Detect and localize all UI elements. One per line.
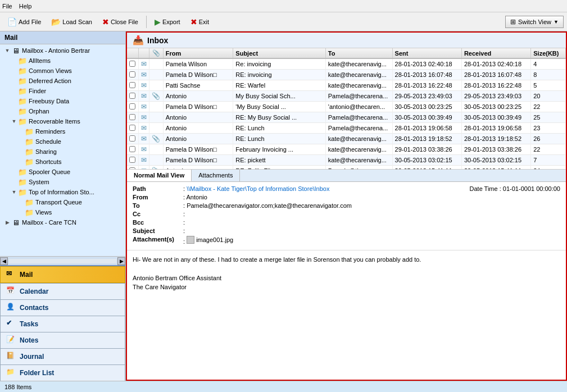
row-checkbox[interactable] (127, 144, 138, 155)
row-attach-icon: 📎 (149, 134, 164, 144)
close-file-button[interactable]: ✖ Close File (98, 16, 142, 28)
expand-icon-spooler (11, 169, 17, 175)
row-checkbox[interactable] (127, 155, 138, 166)
row-checkbox[interactable] (127, 70, 138, 80)
col-header-from[interactable]: From (163, 48, 233, 58)
path-link[interactable]: \\Mailbox - Kate Tiger\Top of Informatio… (187, 185, 329, 192)
tree-horizontal-scroll[interactable]: ◀ ▶ (0, 256, 125, 265)
row-type-icon: ✉ (138, 166, 149, 170)
row-checkbox[interactable] (127, 166, 138, 170)
tab-attachments[interactable]: Attachments (192, 170, 240, 181)
path-value: : \\Mailbox - Kate Tiger\Top of Informat… (183, 185, 329, 192)
add-file-button[interactable]: 📄 Add File (3, 16, 45, 28)
row-received: 28-01-2013 19:18:52 (461, 134, 530, 144)
table-row[interactable]: ✉ Pamela Wilson Re: invoicing kate@theca… (127, 58, 566, 70)
row-size: 4 (531, 58, 566, 70)
row-checkbox[interactable] (127, 91, 138, 102)
bcc-label: Bcc (133, 219, 183, 226)
col-header-sent[interactable]: Sent (392, 48, 461, 58)
switch-view-button[interactable]: ⊞ Switch View ▼ (505, 16, 564, 28)
expand-icon-tcn[interactable]: ▶ (4, 220, 10, 225)
table-row[interactable]: ✉ Pamela D Wilson□ February Invoicing ..… (127, 144, 566, 155)
tree-item-orphan[interactable]: 📁 Orphan (0, 106, 125, 116)
tree-item-allitems[interactable]: 📁 AllItems (0, 56, 125, 66)
tree-item-schedule[interactable]: 📁 Schedule (0, 136, 125, 147)
main-area: Mail ▼ 🖥 Mailbox - Antonio Bertrar 📁 All… (0, 31, 567, 381)
tree-item-freebusy[interactable]: 📁 Freebusy Data (0, 96, 125, 106)
col-header-size[interactable]: Size(KB) (531, 48, 566, 58)
subject-label: Subject (133, 227, 183, 234)
row-checkbox[interactable] (127, 102, 138, 112)
folder-tree[interactable]: ▼ 🖥 Mailbox - Antonio Bertrar 📁 AllItems… (0, 44, 125, 256)
nav-notes[interactable]: 📝 Notes (0, 332, 125, 348)
table-row[interactable]: ✉ Antonio RE: My Busy Social ... Pamela@… (127, 112, 566, 123)
calendar-nav-icon: 📅 (6, 286, 16, 297)
menu-help[interactable]: Help (19, 3, 32, 10)
table-row[interactable]: ✉ 📎 Antonio My Busy Social Sch... Pamela… (127, 91, 566, 102)
email-table: 📎 From Subject To Sent Received Size(KB)… (127, 48, 566, 170)
col-header-attach[interactable]: 📎 (149, 48, 164, 58)
nav-calendar[interactable]: 📅 Calendar (0, 283, 125, 299)
row-sent: 30-05-2013 03:02:15 (392, 155, 461, 166)
row-checkbox[interactable] (127, 134, 138, 144)
hscroll-track[interactable] (9, 259, 116, 263)
col-header-received[interactable]: Received (461, 48, 530, 58)
row-checkbox[interactable] (127, 123, 138, 134)
row-checkbox[interactable] (127, 80, 138, 91)
table-row[interactable]: ✉ 📎 Antonio RE: Fallis File Pamela@theca… (127, 166, 566, 170)
table-row[interactable]: ✉ Pamela D Wilson□ 'My Busy Social ... '… (127, 102, 566, 112)
tree-item-mailbox-tcn[interactable]: ▶ 🖥 Mailbox - Care TCN (0, 217, 125, 227)
expand-icon-finder (11, 88, 17, 94)
nav-contacts[interactable]: 👤 Contacts (0, 299, 125, 316)
datetime-label: Date Time (470, 185, 498, 192)
to-label: To (133, 202, 183, 209)
row-checkbox[interactable] (127, 112, 138, 123)
tree-item-shortcuts[interactable]: 📁 Shortcuts (0, 157, 125, 167)
expand-icon-recoverable[interactable]: ▼ (11, 118, 17, 124)
email-list[interactable]: 📎 From Subject To Sent Received Size(KB)… (127, 48, 566, 170)
attachments-value: : image001.jpg (183, 236, 233, 245)
tree-item-views[interactable]: 📁 Views (0, 207, 125, 217)
tree-item-top-info[interactable]: ▼ 📁 Top of Information Sto... (0, 187, 125, 197)
tree-item-mailbox-antonio[interactable]: ▼ 🖥 Mailbox - Antonio Bertrar (0, 45, 125, 56)
row-sent: 28-01-2013 19:18:52 (392, 134, 461, 144)
nav-mail[interactable]: ✉ Mail (0, 266, 125, 283)
email-body[interactable]: Hi- We are not in any of these. I had to… (127, 250, 566, 380)
table-row[interactable]: ✉ Patti Sachse RE: Warfel kate@thecarena… (127, 80, 566, 91)
col-header-subject[interactable]: Subject (233, 48, 325, 58)
tab-normal-mail-view[interactable]: Normal Mail View (127, 170, 192, 181)
expand-icon[interactable]: ▼ (4, 48, 10, 53)
tree-item-finder[interactable]: 📁 Finder (0, 86, 125, 96)
toolbar-right: ⊞ Switch View ▼ (505, 16, 564, 28)
tree-item-transport[interactable]: 📁 Transport Queue (0, 197, 125, 207)
tree-item-reminders[interactable]: 📁 Reminders (0, 126, 125, 136)
export-button[interactable]: ▶ Export (151, 16, 184, 28)
tree-item-sharing[interactable]: 📁 Sharing (0, 147, 125, 157)
hscroll-left-arrow[interactable]: ◀ (0, 257, 8, 265)
tree-item-spooler[interactable]: 📁 Spooler Queue (0, 167, 125, 177)
table-row[interactable]: ✉ Antonio RE: Lunch Pamela@thecarena... … (127, 123, 566, 134)
tree-item-system[interactable]: 📁 System (0, 177, 125, 187)
table-row[interactable]: ✉ Pamela D Wilson□ RE: pickett kate@thec… (127, 155, 566, 166)
hscroll-right-arrow[interactable]: ▶ (117, 257, 125, 265)
load-scan-button[interactable]: 📂 Load Scan (47, 16, 96, 28)
col-header-type[interactable] (138, 48, 149, 58)
table-row[interactable]: ✉ Pamela D Wilson□ RE: invoicing kate@th… (127, 70, 566, 80)
tree-item-recoverable[interactable]: ▼ 📁 Recoverable Items (0, 116, 125, 126)
nav-journal[interactable]: 📔 Journal (0, 348, 125, 364)
nav-tasks[interactable]: ✔ Tasks (0, 316, 125, 332)
tree-item-common-views[interactable]: 📁 Common Views (0, 66, 125, 76)
row-checkbox[interactable] (127, 58, 138, 70)
col-header-to[interactable]: To (325, 48, 392, 58)
expand-icon-top-info[interactable]: ▼ (11, 189, 17, 195)
table-row[interactable]: ✉ 📎 Antonio RE: Lunch kate@thecarenavig.… (127, 134, 566, 144)
col-header-checkbox[interactable] (127, 48, 138, 58)
exit-button[interactable]: ✖ Exit (187, 16, 213, 28)
attachment-filename[interactable]: image001.jpg (196, 236, 233, 243)
tree-item-deferred[interactable]: 📁 Deferred Action (0, 76, 125, 86)
row-received: 28-01-2013 02:40:18 (461, 58, 530, 70)
folder-icon-deferred: 📁 (18, 76, 27, 85)
menu-file[interactable]: File (2, 3, 12, 10)
row-attach-icon: 📎 (149, 91, 164, 102)
nav-folder-list[interactable]: 📁 Folder List (0, 364, 125, 381)
